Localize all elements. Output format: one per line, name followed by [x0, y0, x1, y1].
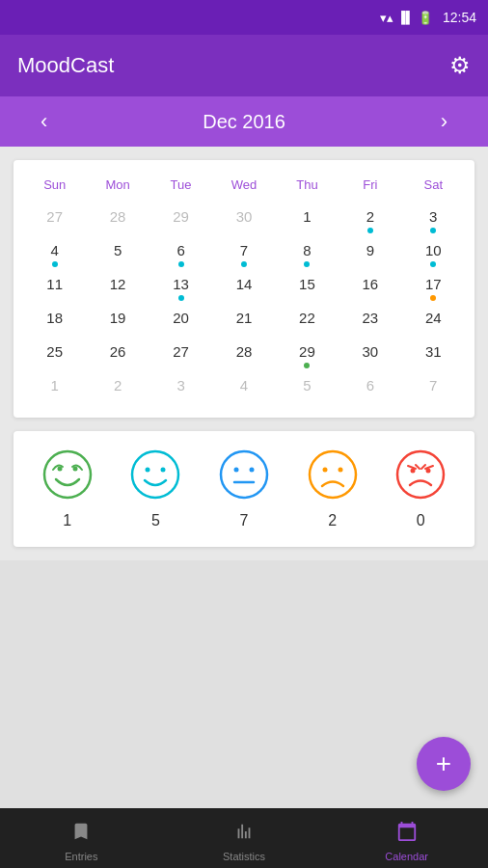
day-header-wed: Wed	[212, 177, 275, 202]
calendar-day[interactable]: 30	[339, 337, 401, 370]
signal-icon: ▐▌	[397, 11, 414, 24]
calendar-day[interactable]: 25	[23, 337, 86, 370]
mood-face-smile	[129, 448, 181, 504]
calendar-day[interactable]: 28	[212, 337, 275, 370]
calendar-day[interactable]: 6	[339, 370, 401, 404]
prev-month-button[interactable]: ‹	[31, 105, 57, 138]
calendar-day[interactable]: 2	[339, 202, 401, 235]
svg-point-13	[397, 451, 444, 498]
calendar-day[interactable]: 1	[23, 370, 86, 404]
status-bar: ▾▴ ▐▌ 🔋 12:54	[0, 0, 488, 35]
svg-point-10	[310, 451, 356, 498]
svg-point-7	[233, 468, 238, 473]
calendar-day[interactable]: 5	[86, 235, 149, 269]
mood-count-happy: 1	[63, 512, 71, 529]
svg-point-8	[249, 468, 254, 473]
calendar-day[interactable]: 15	[276, 269, 339, 303]
mood-dot	[241, 261, 247, 267]
calendar-label: Calendar	[385, 851, 428, 862]
svg-point-11	[322, 468, 327, 473]
settings-icon[interactable]: ⚙	[449, 52, 471, 79]
calendar-day[interactable]: 21	[212, 303, 275, 337]
calendar-day[interactable]: 23	[339, 303, 401, 337]
calendar-day[interactable]: 29	[276, 337, 339, 370]
calendar-day[interactable]: 10	[402, 235, 465, 269]
calendar-day[interactable]: 13	[149, 269, 212, 303]
add-entry-fab[interactable]: +	[417, 737, 471, 791]
add-icon: +	[436, 750, 451, 777]
bottom-nav: Entries Statistics Calendar	[0, 808, 488, 868]
svg-point-0	[44, 451, 91, 498]
nav-item-entries[interactable]: Entries	[0, 815, 163, 862]
nav-item-calendar[interactable]: Calendar	[325, 815, 488, 862]
mood-count-neutral: 7	[240, 512, 249, 529]
day-header-tue: Tue	[149, 177, 212, 202]
calendar-day[interactable]: 3	[149, 370, 212, 404]
calendar-day[interactable]: 7	[402, 370, 465, 404]
calendar-day[interactable]: 1	[276, 202, 339, 235]
calendar-day[interactable]: 24	[402, 303, 465, 337]
mood-item-neutral[interactable]: 7	[218, 448, 270, 529]
mood-item-happy[interactable]: 1	[41, 448, 94, 529]
calendar-day[interactable]: 7	[212, 235, 275, 269]
day-header-sat: Sat	[402, 177, 465, 202]
mood-item-smile[interactable]: 5	[129, 448, 181, 529]
battery-icon: 🔋	[418, 11, 433, 25]
mood-dot	[178, 295, 184, 301]
mood-dot	[430, 228, 436, 233]
mood-face-happy	[41, 448, 94, 504]
calendar-day[interactable]: 6	[149, 235, 212, 269]
calendar-day[interactable]: 20	[149, 303, 212, 337]
svg-point-3	[132, 451, 178, 498]
calendar-day[interactable]: 19	[86, 303, 149, 337]
mood-summary-card: 1 5 7 2 0	[14, 431, 474, 547]
wifi-icon: ▾▴	[380, 11, 393, 25]
entries-label: Entries	[65, 851, 97, 862]
calendar-day[interactable]: 11	[23, 269, 86, 303]
day-header-thu: Thu	[276, 177, 339, 202]
calendar-day[interactable]: 17	[402, 269, 465, 303]
calendar-day[interactable]: 27	[149, 337, 212, 370]
mood-count-sad: 2	[328, 512, 337, 529]
calendar-day[interactable]: 5	[276, 370, 339, 404]
status-icons: ▾▴ ▐▌ 🔋 12:54	[380, 10, 476, 25]
mood-count-angry: 0	[417, 512, 425, 529]
calendar-day[interactable]: 2	[86, 370, 149, 404]
calendar-day[interactable]: 28	[86, 202, 149, 235]
calendar-day[interactable]: 31	[402, 337, 465, 370]
statistics-label: Statistics	[223, 851, 265, 862]
svg-line-16	[408, 466, 416, 469]
calendar-day[interactable]: 9	[339, 235, 401, 269]
calendar-day[interactable]: 26	[86, 337, 149, 370]
svg-point-12	[338, 468, 342, 473]
main-content: Sun Mon Tue Wed Thu Fri Sat 272829301234…	[0, 147, 488, 560]
mood-dot	[430, 261, 436, 267]
calendar-day[interactable]: 12	[86, 269, 149, 303]
calendar-day[interactable]: 22	[276, 303, 339, 337]
next-month-button[interactable]: ›	[431, 105, 457, 138]
calendar-day[interactable]: 14	[212, 269, 275, 303]
svg-point-4	[146, 468, 150, 473]
mood-item-angry[interactable]: 0	[394, 448, 447, 529]
mood-dot	[178, 261, 184, 267]
calendar-day[interactable]: 3	[402, 202, 465, 235]
calendar-day[interactable]: 18	[23, 303, 86, 337]
day-header-fri: Fri	[339, 177, 401, 202]
nav-item-statistics[interactable]: Statistics	[163, 815, 326, 862]
mood-item-sad[interactable]: 2	[307, 448, 359, 529]
day-header-sun: Sun	[23, 177, 86, 202]
mood-items: 1 5 7 2 0	[23, 448, 465, 529]
calendar-day-headers: Sun Mon Tue Wed Thu Fri Sat	[23, 177, 465, 202]
mood-face-sad	[307, 448, 359, 504]
calendar-day[interactable]: 27	[23, 202, 86, 235]
mood-dot	[304, 261, 310, 267]
calendar-day[interactable]: 4	[212, 370, 275, 404]
calendar-day[interactable]: 29	[149, 202, 212, 235]
svg-line-17	[425, 466, 433, 469]
calendar-day[interactable]: 4	[23, 235, 86, 269]
calendar-day[interactable]: 8	[276, 235, 339, 269]
calendar-day[interactable]: 16	[339, 269, 401, 303]
month-nav: ‹ Dec 2016 ›	[0, 96, 488, 147]
calendar-icon	[396, 821, 418, 848]
calendar-day[interactable]: 30	[212, 202, 275, 235]
